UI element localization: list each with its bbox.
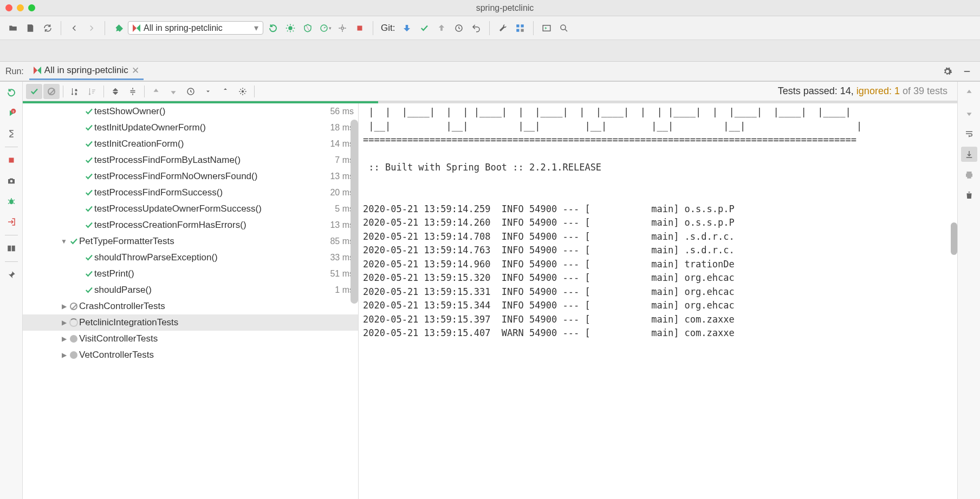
test-tree-row[interactable]: shouldThrowParseException()33 ms [23,250,358,266]
close-tab-icon[interactable]: ✕ [132,65,139,76]
debug-icon[interactable] [283,21,298,36]
import-button[interactable] [200,84,216,99]
passed-count: Tests passed: 14, [778,86,854,96]
coverage-icon[interactable] [300,21,315,36]
camera-icon[interactable] [3,173,20,188]
test-tree-row[interactable]: testShowOwner()56 ms [23,103,358,120]
down-stack-icon[interactable] [961,106,977,121]
pass-icon [83,285,94,295]
soft-wrap-icon[interactable] [961,126,977,141]
trash-icon[interactable] [961,188,977,203]
close-icon[interactable] [5,4,12,11]
tree-scrollbar[interactable] [351,103,358,499]
show-passed-button[interactable] [26,84,42,99]
save-icon[interactable] [23,21,38,36]
test-name: shouldThrowParseException() [94,252,330,263]
test-tree-row[interactable]: ▶PetclinicIntegrationTests [23,314,358,331]
test-name: testInitCreationForm() [94,139,330,149]
test-tree-row[interactable]: testProcessFindFormNoOwnersFound()13 ms [23,168,358,185]
print-icon[interactable] [961,167,977,182]
rerun-icon[interactable] [265,21,281,36]
tree-arrow-icon[interactable]: ▶ [60,319,68,326]
structure-icon[interactable] [512,21,528,36]
test-name: VisitControllerTests [79,333,354,344]
run-tab[interactable]: All in spring-petclinic ✕ [29,63,144,80]
test-tree-row[interactable]: testProcessCreationFormHasErrors()13 ms [23,217,358,233]
push-icon[interactable] [434,21,449,36]
attach-icon[interactable] [335,21,350,36]
run-config-selector[interactable]: All in spring-petclinic ▾ [128,21,263,35]
back-icon[interactable] [67,21,82,36]
rollback-icon[interactable] [469,21,484,36]
test-tree-row[interactable]: testProcessFindFormByLastName()7 ms [23,152,358,168]
commit-icon[interactable] [417,21,432,36]
pass-icon [83,269,94,279]
test-tree-row[interactable]: testProcessUpdateOwnerFormSuccess()5 ms [23,201,358,217]
test-tree-row[interactable]: testProcessFindFormSuccess()20 ms [23,185,358,201]
pending-icon [68,351,79,359]
pin-icon[interactable] [3,267,20,283]
show-ignored-button[interactable] [43,84,60,99]
toggle-auto-test-button[interactable] [3,126,20,141]
tree-arrow-icon[interactable]: ▶ [60,303,68,310]
window-controls [5,4,35,11]
profile-icon[interactable]: ▾ [317,21,333,36]
minimize-panel-icon[interactable] [959,64,975,79]
stop-button[interactable] [3,153,20,168]
sort-duration-button[interactable] [84,84,100,99]
test-tree-row[interactable]: ▼PetTypeFormatterTests85 ms [23,233,358,250]
search-icon[interactable] [556,21,572,36]
run-config-label: All in spring-petclinic [144,23,223,33]
tree-arrow-icon[interactable]: ▼ [60,238,68,245]
test-tree-row[interactable]: ▶VetControllerTests [23,347,358,363]
stop-icon[interactable] [352,21,367,36]
console-scrollbar[interactable] [951,103,957,499]
sync-icon[interactable] [40,21,55,36]
test-tree-row[interactable]: testInitCreationForm()14 ms [23,136,358,152]
history-icon[interactable] [451,21,466,36]
next-failed-button[interactable] [165,84,181,99]
tree-arrow-icon[interactable]: ▶ [60,351,68,359]
git-label: Git: [381,23,395,34]
svg-rect-16 [8,246,11,252]
update-project-icon[interactable] [399,21,414,36]
rerun-failed-button[interactable]: 9 [3,106,20,121]
test-tree-row[interactable]: testPrint()51 ms [23,266,358,282]
test-panel: 9 az [0,81,980,499]
chevron-down-icon: ▾ [254,23,258,33]
wrench-icon[interactable] [495,21,510,36]
collapse-all-button[interactable] [125,84,141,99]
gear-icon[interactable] [940,64,955,79]
titlebar: spring-petclinic [0,0,980,16]
layout-icon[interactable] [3,241,20,256]
minimize-icon[interactable] [17,4,24,11]
tree-arrow-icon[interactable]: ▶ [60,335,68,343]
console-output[interactable]: | | |____| | | |____| | |____| | |____| … [359,103,957,499]
expand-all-button[interactable] [107,84,124,99]
exit-icon[interactable] [3,214,20,229]
test-tree-row[interactable]: shouldParse()1 ms [23,282,358,298]
prev-failed-button[interactable] [148,84,164,99]
test-name: testProcessFindFormSuccess() [94,187,330,198]
pass-icon [68,237,79,246]
svg-point-10 [561,25,566,30]
build-icon[interactable] [111,21,126,36]
forward-icon[interactable] [84,21,99,36]
sort-alpha-button[interactable]: az [67,84,83,99]
test-settings-button[interactable] [235,84,251,99]
maximize-icon[interactable] [28,4,35,11]
export-button[interactable] [217,84,233,99]
up-stack-icon[interactable] [961,85,977,100]
run-anything-icon[interactable] [539,21,554,36]
test-tree[interactable]: testShowOwner()56 mstestInitUpdateOwnerF… [23,103,359,499]
run-config-icon [133,24,140,32]
test-history-button[interactable] [183,84,199,99]
rerun-button[interactable] [3,85,20,100]
bug-icon[interactable] [3,194,20,209]
test-tree-row[interactable]: ▶CrashControllerTests [23,298,358,314]
test-tree-row[interactable]: ▶VisitControllerTests [23,331,358,347]
scroll-to-end-icon[interactable] [961,147,977,162]
console-text: | | |____| | | |____| | |____| | |____| … [363,106,953,340]
open-icon[interactable] [5,21,21,36]
test-tree-row[interactable]: testInitUpdateOwnerForm()18 ms [23,120,358,136]
